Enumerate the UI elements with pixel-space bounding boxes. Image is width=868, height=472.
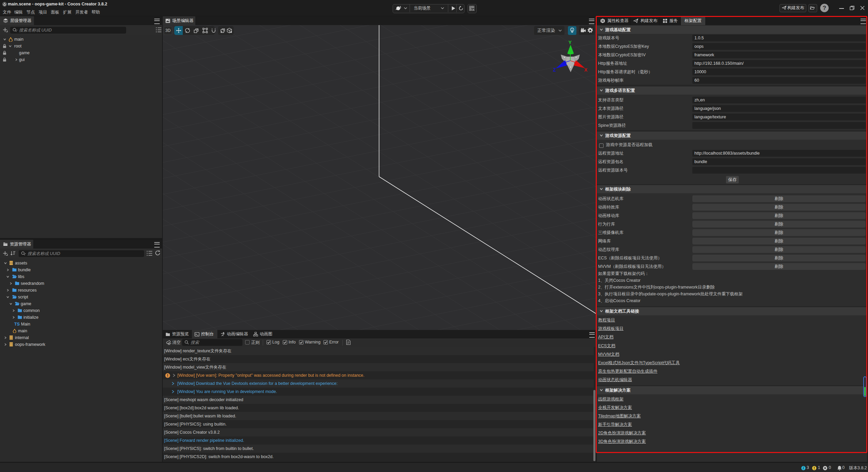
svg-text:Y: Y <box>569 40 572 45</box>
svg-text:i: i <box>803 466 804 470</box>
svg-text:Z: Z <box>553 67 556 73</box>
svg-text:X: X <box>584 67 588 73</box>
